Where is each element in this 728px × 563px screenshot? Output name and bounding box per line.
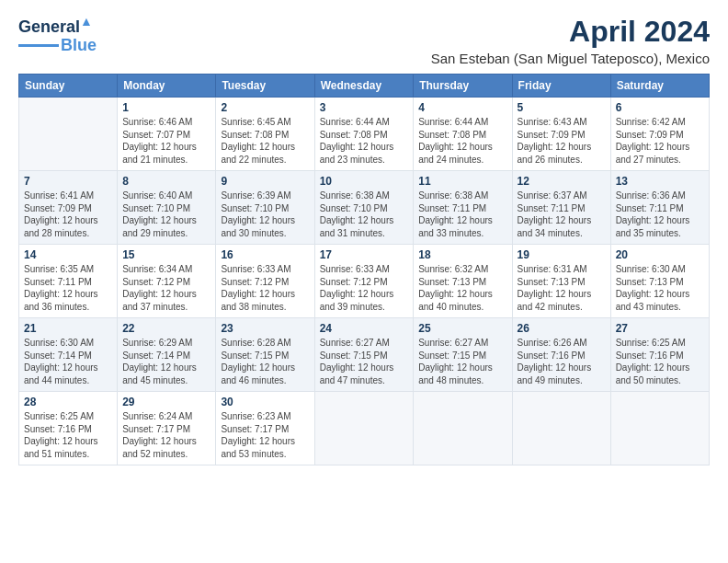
day-header-friday: Friday — [512, 75, 610, 98]
day-number: 12 — [518, 175, 606, 188]
cell-info: Sunrise: 6:25 AMSunset: 7:16 PMDaylight:… — [24, 410, 112, 460]
calendar-cell: 12Sunrise: 6:37 AMSunset: 7:11 PMDayligh… — [512, 171, 610, 245]
day-number: 23 — [221, 322, 309, 335]
day-number: 20 — [616, 248, 704, 261]
calendar-cell: 24Sunrise: 6:27 AMSunset: 7:15 PMDayligh… — [314, 318, 414, 392]
cell-info: Sunrise: 6:30 AMSunset: 7:14 PMDaylight:… — [24, 337, 112, 386]
day-number: 3 — [320, 101, 409, 114]
cell-info: Sunrise: 6:25 AMSunset: 7:16 PMDaylight:… — [616, 337, 704, 386]
cell-info: Sunrise: 6:45 AMSunset: 7:08 PMDaylight:… — [221, 116, 309, 166]
cell-info: Sunrise: 6:44 AMSunset: 7:08 PMDaylight:… — [320, 116, 409, 166]
cell-info: Sunrise: 6:27 AMSunset: 7:15 PMDaylight:… — [418, 337, 506, 386]
calendar-cell: 14Sunrise: 6:35 AMSunset: 7:11 PMDayligh… — [19, 245, 118, 318]
calendar-cell: 29Sunrise: 6:24 AMSunset: 7:17 PMDayligh… — [118, 392, 216, 465]
day-number: 17 — [320, 248, 409, 261]
calendar-cell: 17Sunrise: 6:33 AMSunset: 7:12 PMDayligh… — [314, 245, 414, 318]
calendar-cell — [19, 98, 118, 171]
calendar-cell: 11Sunrise: 6:38 AMSunset: 7:11 PMDayligh… — [414, 171, 512, 245]
day-number: 13 — [616, 175, 704, 188]
day-header-wednesday: Wednesday — [314, 75, 414, 98]
cell-info: Sunrise: 6:26 AMSunset: 7:16 PMDaylight:… — [518, 337, 606, 386]
logo-subtext: Blue — [61, 37, 97, 55]
day-number: 27 — [616, 322, 704, 335]
calendar-cell — [512, 392, 610, 465]
calendar-cell: 5Sunrise: 6:43 AMSunset: 7:09 PMDaylight… — [512, 98, 610, 171]
cell-info: Sunrise: 6:28 AMSunset: 7:15 PMDaylight:… — [221, 337, 309, 386]
cell-info: Sunrise: 6:41 AMSunset: 7:09 PMDaylight:… — [24, 190, 112, 239]
calendar-cell: 6Sunrise: 6:42 AMSunset: 7:09 PMDaylight… — [610, 98, 709, 171]
cell-info: Sunrise: 6:23 AMSunset: 7:17 PMDaylight:… — [221, 410, 309, 460]
calendar-cell: 28Sunrise: 6:25 AMSunset: 7:16 PMDayligh… — [19, 392, 118, 465]
cell-info: Sunrise: 6:44 AMSunset: 7:08 PMDaylight:… — [418, 116, 506, 166]
cell-info: Sunrise: 6:32 AMSunset: 7:13 PMDaylight:… — [418, 263, 506, 313]
cell-info: Sunrise: 6:46 AMSunset: 7:07 PMDaylight:… — [122, 116, 210, 166]
calendar-cell: 21Sunrise: 6:30 AMSunset: 7:14 PMDayligh… — [19, 318, 118, 392]
calendar-cell: 8Sunrise: 6:40 AMSunset: 7:10 PMDaylight… — [118, 171, 216, 245]
cell-info: Sunrise: 6:43 AMSunset: 7:09 PMDaylight:… — [518, 116, 606, 166]
calendar-cell: 16Sunrise: 6:33 AMSunset: 7:12 PMDayligh… — [216, 245, 314, 318]
calendar-cell: 30Sunrise: 6:23 AMSunset: 7:17 PMDayligh… — [216, 392, 314, 465]
logo: General▲ Blue — [18, 15, 97, 55]
calendar-cell: 4Sunrise: 6:44 AMSunset: 7:08 PMDaylight… — [414, 98, 512, 171]
calendar-cell: 10Sunrise: 6:38 AMSunset: 7:10 PMDayligh… — [314, 171, 414, 245]
day-number: 8 — [122, 175, 210, 188]
cell-info: Sunrise: 6:34 AMSunset: 7:12 PMDaylight:… — [122, 263, 210, 313]
day-number: 14 — [24, 248, 112, 261]
day-number: 2 — [221, 101, 309, 114]
calendar-cell: 15Sunrise: 6:34 AMSunset: 7:12 PMDayligh… — [118, 245, 216, 318]
logo-text: General▲ — [18, 15, 93, 37]
day-number: 11 — [418, 175, 506, 188]
day-number: 10 — [320, 175, 409, 188]
day-header-monday: Monday — [118, 75, 216, 98]
calendar-table: SundayMondayTuesdayWednesdayThursdayFrid… — [18, 74, 710, 465]
cell-info: Sunrise: 6:38 AMSunset: 7:10 PMDaylight:… — [320, 190, 409, 239]
calendar-cell: 7Sunrise: 6:41 AMSunset: 7:09 PMDaylight… — [19, 171, 118, 245]
day-header-tuesday: Tuesday — [216, 75, 314, 98]
calendar-cell — [610, 392, 709, 465]
calendar-cell: 1Sunrise: 6:46 AMSunset: 7:07 PMDaylight… — [118, 98, 216, 171]
calendar-cell: 26Sunrise: 6:26 AMSunset: 7:16 PMDayligh… — [512, 318, 610, 392]
calendar-cell: 3Sunrise: 6:44 AMSunset: 7:08 PMDaylight… — [314, 98, 414, 171]
day-number: 6 — [616, 101, 704, 114]
day-number: 19 — [518, 248, 606, 261]
day-number: 28 — [24, 396, 112, 408]
calendar-cell: 25Sunrise: 6:27 AMSunset: 7:15 PMDayligh… — [414, 318, 512, 392]
calendar-cell: 27Sunrise: 6:25 AMSunset: 7:16 PMDayligh… — [610, 318, 709, 392]
cell-info: Sunrise: 6:33 AMSunset: 7:12 PMDaylight:… — [320, 263, 409, 313]
calendar-cell: 13Sunrise: 6:36 AMSunset: 7:11 PMDayligh… — [610, 171, 709, 245]
day-number: 24 — [320, 322, 409, 335]
cell-info: Sunrise: 6:35 AMSunset: 7:11 PMDaylight:… — [24, 263, 112, 313]
day-number: 21 — [24, 322, 112, 335]
cell-info: Sunrise: 6:40 AMSunset: 7:10 PMDaylight:… — [122, 190, 210, 239]
page-subtitle: San Esteban (San Miguel Tateposco), Mexi… — [431, 51, 710, 66]
day-header-sunday: Sunday — [19, 75, 118, 98]
cell-info: Sunrise: 6:42 AMSunset: 7:09 PMDaylight:… — [616, 116, 704, 166]
day-number: 7 — [24, 175, 112, 188]
day-number: 26 — [518, 322, 606, 335]
cell-info: Sunrise: 6:30 AMSunset: 7:13 PMDaylight:… — [616, 263, 704, 313]
calendar-cell: 9Sunrise: 6:39 AMSunset: 7:10 PMDaylight… — [216, 171, 314, 245]
cell-info: Sunrise: 6:31 AMSunset: 7:13 PMDaylight:… — [518, 263, 606, 313]
title-block: April 2024 San Esteban (San Miguel Tatep… — [431, 15, 710, 66]
day-number: 4 — [418, 101, 506, 114]
day-number: 22 — [122, 322, 210, 335]
page-title: April 2024 — [431, 15, 710, 49]
day-header-thursday: Thursday — [414, 75, 512, 98]
day-header-saturday: Saturday — [610, 75, 709, 98]
day-number: 15 — [122, 248, 210, 261]
cell-info: Sunrise: 6:37 AMSunset: 7:11 PMDaylight:… — [518, 190, 606, 239]
cell-info: Sunrise: 6:36 AMSunset: 7:11 PMDaylight:… — [616, 190, 704, 239]
cell-info: Sunrise: 6:38 AMSunset: 7:11 PMDaylight:… — [418, 190, 506, 239]
day-number: 5 — [518, 101, 606, 114]
calendar-cell: 23Sunrise: 6:28 AMSunset: 7:15 PMDayligh… — [216, 318, 314, 392]
cell-info: Sunrise: 6:39 AMSunset: 7:10 PMDaylight:… — [221, 190, 309, 239]
day-number: 1 — [122, 101, 210, 114]
cell-info: Sunrise: 6:27 AMSunset: 7:15 PMDaylight:… — [320, 337, 409, 386]
cell-info: Sunrise: 6:33 AMSunset: 7:12 PMDaylight:… — [221, 263, 309, 313]
day-number: 9 — [221, 175, 309, 188]
calendar-cell — [414, 392, 512, 465]
day-number: 29 — [122, 396, 210, 408]
calendar-cell: 22Sunrise: 6:29 AMSunset: 7:14 PMDayligh… — [118, 318, 216, 392]
calendar-header-row: SundayMondayTuesdayWednesdayThursdayFrid… — [19, 75, 710, 98]
cell-info: Sunrise: 6:29 AMSunset: 7:14 PMDaylight:… — [122, 337, 210, 386]
